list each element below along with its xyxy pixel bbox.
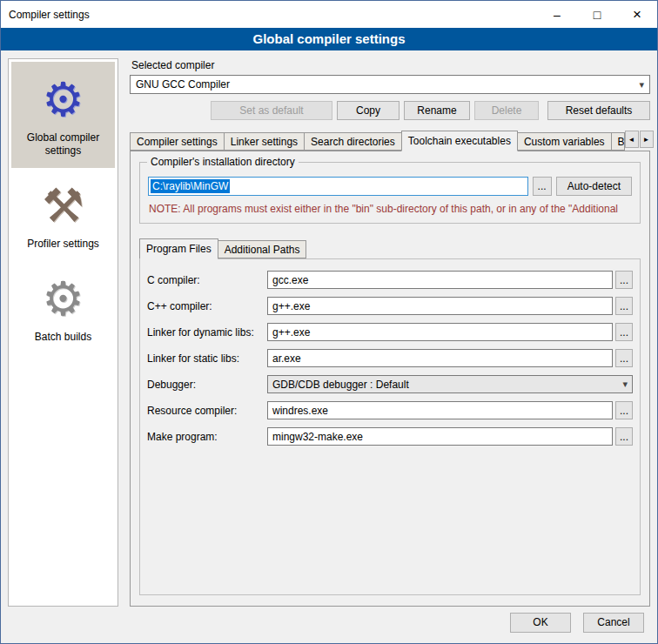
field-row: Linker for dynamic libs: g++.exe ... <box>147 323 633 341</box>
hammer-tool-icon: ⚒ <box>15 179 111 231</box>
tab-scroll-right-icon[interactable]: ► <box>640 131 654 148</box>
tab-toolchain-executables[interactable]: Toolchain executables <box>401 131 518 151</box>
chevron-down-icon: ▾ <box>639 79 644 91</box>
dialog-content: ⚙ Global compiler settings ⚒ Profiler se… <box>1 50 657 608</box>
field-row: Debugger: GDB/CDB debugger : Default ▾ <box>147 375 633 393</box>
gear-gray-icon: ⚙ <box>15 272 111 325</box>
title-bar: Compiler settings – □ × <box>1 1 657 28</box>
sidebar-item-batch-builds[interactable]: ⚙ Batch builds <box>11 261 115 354</box>
install-dir-input[interactable]: C:\raylib\MinGW <box>148 177 528 196</box>
dynamic-linker-input[interactable]: g++.exe <box>267 323 613 341</box>
compiler-button-row: Set as default Copy Rename Delete Reset … <box>130 101 650 120</box>
browse-c-compiler-button[interactable]: ... <box>615 271 633 289</box>
maximize-icon[interactable]: □ <box>577 1 617 28</box>
browse-dynamic-linker-button[interactable]: ... <box>615 323 633 341</box>
sidebar-item-label: Global compiler settings <box>15 131 111 158</box>
dynamic-linker-label: Linker for dynamic libs: <box>147 326 267 339</box>
static-linker-value: ar.exe <box>272 352 301 365</box>
program-files-panel: C compiler: gcc.exe ... C++ compiler: g+… <box>139 258 641 595</box>
debugger-select[interactable]: GDB/CDB debugger : Default ▾ <box>267 375 633 393</box>
sidebar-item-profiler-settings[interactable]: ⚒ Profiler settings <box>11 168 115 261</box>
delete-button: Delete <box>474 101 539 120</box>
static-linker-input[interactable]: ar.exe <box>267 349 613 367</box>
cpp-compiler-label: C++ compiler: <box>147 300 267 312</box>
tab-program-files[interactable]: Program Files <box>139 238 218 259</box>
tab-build-truncated[interactable]: Builc <box>611 132 625 151</box>
resource-compiler-label: Resource compiler: <box>147 405 267 417</box>
selected-compiler-value: GNU GCC Compiler <box>136 78 230 91</box>
selected-compiler-label: Selected compiler <box>131 59 650 71</box>
settings-notebook: Compiler settings Linker settings Search… <box>130 131 650 607</box>
set-as-default-button: Set as default <box>211 101 332 120</box>
close-icon[interactable]: × <box>617 1 657 28</box>
field-row: Linker for static libs: ar.exe ... <box>147 349 633 367</box>
tab-row: Compiler settings Linker settings Search… <box>130 131 650 151</box>
field-row: Resource compiler: windres.exe ... <box>147 401 633 419</box>
tab-scroll-buttons: ◄ ► <box>624 131 654 148</box>
field-row: Make program: mingw32-make.exe ... <box>147 427 633 446</box>
debugger-label: Debugger: <box>147 379 267 391</box>
dialog-header: Global compiler settings <box>1 28 657 50</box>
sidebar-item-label: Batch builds <box>15 331 111 344</box>
programs-notebook: Program Files Additional Paths C compile… <box>139 238 641 595</box>
browse-cpp-compiler-button[interactable]: ... <box>615 297 633 315</box>
tab-compiler-settings[interactable]: Compiler settings <box>130 132 225 151</box>
browse-resource-compiler-button[interactable]: ... <box>615 401 633 419</box>
resource-compiler-value: windres.exe <box>272 405 328 417</box>
ok-button[interactable]: OK <box>510 613 571 633</box>
tab-scroll-left-icon[interactable]: ◄ <box>625 131 639 148</box>
gear-blue-icon: ⚙ <box>15 73 111 125</box>
c-compiler-value: gcc.exe <box>272 274 308 286</box>
debugger-value: GDB/CDB debugger : Default <box>272 379 409 391</box>
tab-linker-settings[interactable]: Linker settings <box>224 132 305 151</box>
cancel-button[interactable]: Cancel <box>583 613 644 633</box>
install-dir-row: C:\raylib\MinGW ... Auto-detect <box>148 177 632 196</box>
cpp-compiler-input[interactable]: g++.exe <box>267 297 613 315</box>
tab-custom-variables[interactable]: Custom variables <box>517 132 612 151</box>
compiler-settings-dialog: Compiler settings – □ × Global compiler … <box>0 0 658 644</box>
chevron-down-icon: ▾ <box>622 379 628 390</box>
c-compiler-label: C compiler: <box>147 274 267 286</box>
auto-detect-button[interactable]: Auto-detect <box>556 177 632 196</box>
browse-install-dir-button[interactable]: ... <box>533 177 552 196</box>
selected-compiler-dropdown[interactable]: GNU GCC Compiler ▾ <box>130 75 650 94</box>
reset-defaults-button[interactable]: Reset defaults <box>547 101 650 120</box>
browse-make-program-button[interactable]: ... <box>615 427 633 446</box>
cpp-compiler-value: g++.exe <box>272 300 310 312</box>
copy-button[interactable]: Copy <box>337 101 400 120</box>
group-title: Compiler's installation directory <box>147 156 299 168</box>
rename-button[interactable]: Rename <box>404 101 470 120</box>
main-settings-area: Selected compiler GNU GCC Compiler ▾ Set… <box>130 58 650 607</box>
resource-compiler-input[interactable]: windres.exe <box>267 401 613 419</box>
inner-tab-row: Program Files Additional Paths <box>139 238 641 258</box>
static-linker-label: Linker for static libs: <box>147 352 267 365</box>
settings-sidebar: ⚙ Global compiler settings ⚒ Profiler se… <box>8 58 118 607</box>
install-dir-selected-text: C:\raylib\MinGW <box>151 179 230 193</box>
toolchain-executables-panel: Compiler's installation directory C:\ray… <box>130 151 650 607</box>
note-text: NOTE: All programs must exist either in … <box>149 203 632 215</box>
installation-directory-group: Compiler's installation directory C:\ray… <box>139 162 641 224</box>
tab-additional-paths[interactable]: Additional Paths <box>218 240 307 258</box>
browse-static-linker-button[interactable]: ... <box>615 349 633 367</box>
make-program-input[interactable]: mingw32-make.exe <box>267 427 613 446</box>
minimize-icon[interactable]: – <box>537 1 577 28</box>
window-controls: – □ × <box>537 1 657 28</box>
c-compiler-input[interactable]: gcc.exe <box>267 271 613 289</box>
sidebar-item-global-compiler-settings[interactable]: ⚙ Global compiler settings <box>11 62 115 168</box>
tab-search-directories[interactable]: Search directories <box>304 132 402 151</box>
make-program-label: Make program: <box>147 431 267 443</box>
dialog-footer: OK Cancel <box>1 608 657 643</box>
field-row: C compiler: gcc.exe ... <box>147 271 633 289</box>
dynamic-linker-value: g++.exe <box>272 326 310 339</box>
field-row: C++ compiler: g++.exe ... <box>147 297 633 315</box>
window-title: Compiler settings <box>9 9 90 21</box>
make-program-value: mingw32-make.exe <box>272 431 363 443</box>
sidebar-item-label: Profiler settings <box>15 238 111 251</box>
